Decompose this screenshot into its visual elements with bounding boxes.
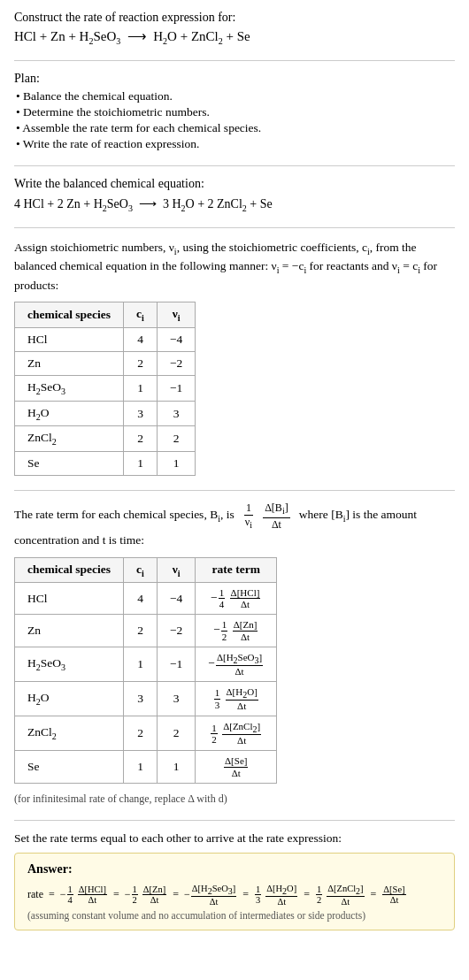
divider-4 [14, 490, 455, 491]
table-row: H2O 3 3 13 Δ[H2O]Δt [15, 681, 277, 716]
rt-term-zncl2: 12 Δ[ZnCl2]Δt [196, 716, 277, 751]
plan-title: Plan: [14, 72, 455, 86]
rt-vi-se: 1 [157, 751, 195, 783]
answer-section: Set the rate terms equal to each other t… [14, 831, 455, 931]
rate-term-table: chemical species ci νi rate term HCl 4 −… [14, 557, 277, 784]
stoichiometry-table-1: chemical species ci νi HCl 4 −4 Zn 2 −2 … [14, 302, 196, 476]
main-reaction: HCl + Zn + H2SeO3 ⟶ H2O + ZnCl2 + Se [14, 28, 455, 46]
construct-label: Construct the rate of reaction expressio… [14, 11, 455, 25]
rt-vi-zncl2: 2 [157, 716, 195, 751]
plan-item-3: • Assemble the rate term for each chemic… [16, 121, 455, 135]
col-species-2: chemical species [15, 557, 124, 583]
species-zncl2: ZnCl2 [15, 426, 124, 452]
table-row: ZnCl2 2 2 12 Δ[ZnCl2]Δt [15, 716, 277, 751]
vi-zncl2: 2 [157, 426, 195, 452]
vi-h2o: 3 [157, 401, 195, 426]
ci-se: 1 [124, 452, 158, 476]
col-ci-2: ci [124, 557, 158, 583]
vi-h2seo3: −1 [157, 376, 195, 402]
rt-term-h2seo3: −Δ[H2SeO3]Δt [196, 647, 277, 681]
species-zn: Zn [15, 352, 124, 376]
answer-box: Answer: rate = −14 Δ[HCl]Δt = −12 Δ[Zn]Δ… [14, 853, 455, 931]
table-row: H2SeO3 1 −1 [15, 376, 196, 402]
ci-hcl: 4 [124, 328, 158, 352]
ci-h2o: 3 [124, 401, 158, 426]
rt-species-h2seo3: H2SeO3 [15, 647, 124, 681]
assign-text: Assign stoichiometric numbers, νi, using… [14, 239, 455, 295]
divider-2 [14, 165, 455, 166]
rt-ci-hcl: 4 [124, 583, 158, 615]
rt-vi-h2seo3: −1 [157, 647, 195, 681]
rt-species-hcl: HCl [15, 583, 124, 615]
rt-ci-zn: 2 [124, 615, 158, 647]
plan-item-1: • Balance the chemical equation. [16, 89, 455, 103]
table-row: ZnCl2 2 2 [15, 426, 196, 452]
table-row: Zn 2 −2 [15, 352, 196, 376]
table-row: HCl 4 −4 −14 Δ[HCl]Δt [15, 583, 277, 615]
answer-equation: rate = −14 Δ[HCl]Δt = −12 Δ[Zn]Δt = −Δ[H… [27, 882, 442, 907]
rt-species-zn: Zn [15, 615, 124, 647]
table-row: Se 1 1 [15, 452, 196, 476]
vi-hcl: −4 [157, 328, 195, 352]
rt-ci-h2seo3: 1 [124, 647, 158, 681]
plan-item-2: • Determine the stoichiometric numbers. [16, 105, 455, 119]
plan-section: Plan: • Balance the chemical equation. •… [14, 72, 455, 151]
vi-zn: −2 [157, 352, 195, 376]
divider-5 [14, 820, 455, 821]
answer-note: (assuming constant volume and no accumul… [27, 910, 442, 921]
rt-vi-zn: −2 [157, 615, 195, 647]
rt-ci-h2o: 3 [124, 681, 158, 716]
balanced-label: Write the balanced chemical equation: [14, 177, 455, 191]
rate-term-section: The rate term for each chemical species,… [14, 501, 455, 805]
answer-label: Answer: [27, 862, 442, 877]
col-rate-term: rate term [196, 557, 277, 583]
species-se: Se [15, 452, 124, 476]
table-row: Se 1 1 Δ[Se]Δt [15, 751, 277, 783]
species-h2o: H2O [15, 401, 124, 426]
rt-term-hcl: −14 Δ[HCl]Δt [196, 583, 277, 615]
rate-term-text: The rate term for each chemical species,… [14, 501, 455, 549]
vi-se: 1 [157, 452, 195, 476]
rt-term-h2o: 13 Δ[H2O]Δt [196, 681, 277, 716]
balanced-section: Write the balanced chemical equation: 4 … [14, 177, 455, 213]
rt-ci-zncl2: 2 [124, 716, 158, 751]
rt-species-h2o: H2O [15, 681, 124, 716]
footnote: (for infinitesimal rate of change, repla… [14, 792, 455, 806]
table-row: H2O 3 3 [15, 401, 196, 426]
species-h2seo3: H2SeO3 [15, 376, 124, 402]
ci-zncl2: 2 [124, 426, 158, 452]
col-vi-2: νi [157, 557, 195, 583]
col-ci-1: ci [124, 302, 158, 328]
table-row: Zn 2 −2 −12 Δ[Zn]Δt [15, 615, 277, 647]
rt-vi-hcl: −4 [157, 583, 195, 615]
rt-term-se: Δ[Se]Δt [196, 751, 277, 783]
rt-species-zncl2: ZnCl2 [15, 716, 124, 751]
assign-section: Assign stoichiometric numbers, νi, using… [14, 239, 455, 476]
table-row: H2SeO3 1 −1 −Δ[H2SeO3]Δt [15, 647, 277, 681]
ci-h2seo3: 1 [124, 376, 158, 402]
table-row: HCl 4 −4 [15, 328, 196, 352]
set-equal-text: Set the rate terms equal to each other t… [14, 831, 455, 846]
plan-item-4: • Write the rate of reaction expression. [16, 137, 455, 151]
species-hcl: HCl [15, 328, 124, 352]
header-section: Construct the rate of reaction expressio… [14, 11, 455, 46]
rt-species-se: Se [15, 751, 124, 783]
ci-zn: 2 [124, 352, 158, 376]
col-vi-1: νi [157, 302, 195, 328]
divider-3 [14, 227, 455, 228]
rt-ci-se: 1 [124, 751, 158, 783]
divider-1 [14, 60, 455, 61]
col-species-1: chemical species [15, 302, 124, 328]
rt-term-zn: −12 Δ[Zn]Δt [196, 615, 277, 647]
rt-vi-h2o: 3 [157, 681, 195, 716]
balanced-equation: 4 HCl + 2 Zn + H2SeO3 ⟶ 3 H2O + 2 ZnCl2 … [14, 196, 455, 213]
